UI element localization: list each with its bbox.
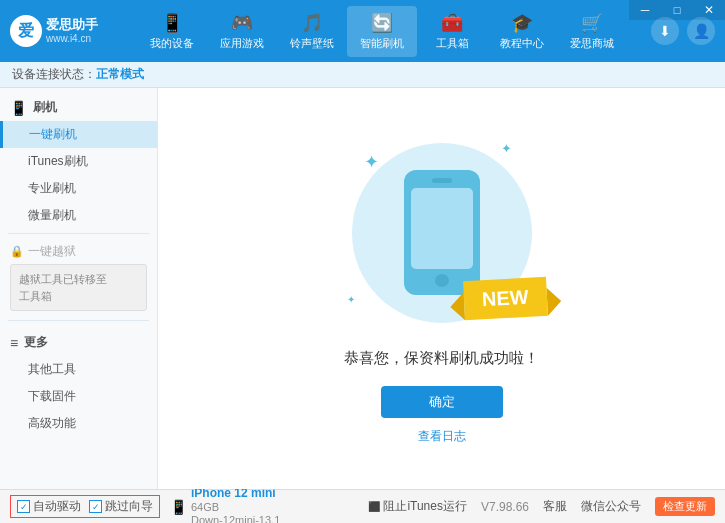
nav-item-toolbox[interactable]: 🧰 工具箱 — [417, 6, 487, 57]
logo[interactable]: 爱 爱思助手 www.i4.cn — [10, 15, 98, 47]
sidebar-item-micro-flash[interactable]: 微量刷机 — [0, 202, 157, 229]
checkbox-skip-wizard-box[interactable]: ✓ — [89, 500, 102, 513]
minimize-button[interactable]: ─ — [629, 0, 661, 20]
sidebar-item-other-tools[interactable]: 其他工具 — [0, 356, 157, 383]
window-controls: ─ □ ✕ — [629, 0, 725, 20]
nav-bar: 📱 我的设备 🎮 应用游戏 🎵 铃声壁纸 🔄 智能刷机 🧰 工具箱 🎓 教程中心… — [113, 6, 651, 57]
sidebar-item-advanced[interactable]: 高级功能 — [0, 410, 157, 437]
phone-graphic — [404, 170, 480, 295]
footer-right: ⬛ 阻止iTunes运行 V7.98.66 客服 微信公众号 检查更新 — [368, 497, 715, 516]
checkbox-auto-drive[interactable]: ✓ 自动驱动 — [17, 498, 81, 515]
sidebar-section-flash: 📱 刷机 一键刷机 iTunes刷机 专业刷机 微量刷机 — [0, 88, 157, 229]
sidebar: 📱 刷机 一键刷机 iTunes刷机 专业刷机 微量刷机 🔒 一键越狱 越 — [0, 88, 158, 489]
nav-item-shop[interactable]: 🛒 爱思商城 — [557, 6, 627, 57]
sidebar-item-one-click-flash[interactable]: 一键刷机 — [0, 121, 157, 148]
jailbreak-note: 越狱工具已转移至工具箱 — [10, 264, 147, 311]
status-label: 设备连接状态： — [12, 66, 96, 83]
confirm-button[interactable]: 确定 — [381, 386, 503, 418]
download-button[interactable]: ⬇ — [651, 17, 679, 45]
footer: ✓ 自动驱动 ✓ 跳过向导 📱 iPhone 12 mini 64GB Down… — [0, 489, 725, 523]
check-update-button[interactable]: 检查更新 — [655, 497, 715, 516]
device-model: Down-12mini-13.1 — [191, 514, 280, 523]
sparkle-icon-3: ✦ — [347, 294, 355, 305]
success-message: 恭喜您，保资料刷机成功啦！ — [344, 349, 539, 368]
lock-icon: 🔒 — [10, 245, 24, 258]
footer-left: ✓ 自动驱动 ✓ 跳过向导 📱 iPhone 12 mini 64GB Down… — [10, 486, 280, 523]
sidebar-jailbreak-title: 🔒 一键越狱 — [10, 243, 147, 260]
more-section-icon: ≡ — [10, 335, 18, 351]
account-button[interactable]: 👤 — [687, 17, 715, 45]
nav-item-smart-flash[interactable]: 🔄 智能刷机 — [347, 6, 417, 57]
nav-item-wallpaper[interactable]: 🎵 铃声壁纸 — [277, 6, 347, 57]
version-label: V7.98.66 — [481, 500, 529, 514]
sidebar-section-jailbreak: 🔒 一键越狱 越狱工具已转移至工具箱 — [0, 238, 157, 316]
nav-item-tutorial[interactable]: 🎓 教程中心 — [487, 6, 557, 57]
device-icon: 📱 — [170, 499, 187, 515]
header-actions: ⬇ 👤 — [651, 17, 715, 45]
detail-link[interactable]: 查看日志 — [418, 428, 466, 445]
content-area: ✦ ✦ ✦ NEW ★ ★ 恭喜您，保资料刷机成功啦！ — [158, 88, 725, 489]
itunes-stop[interactable]: ⬛ 阻止iTunes运行 — [368, 498, 467, 515]
sidebar-section-title-more: ≡ 更多 — [0, 329, 157, 356]
restore-button[interactable]: □ — [661, 0, 693, 20]
close-button[interactable]: ✕ — [693, 0, 725, 20]
success-illustration: ✦ ✦ ✦ NEW ★ ★ — [342, 133, 542, 333]
sidebar-section-title-flash: 📱 刷机 — [0, 94, 157, 121]
logo-url: www.i4.cn — [46, 33, 98, 45]
checkbox-skip-wizard[interactable]: ✓ 跳过向导 — [89, 498, 153, 515]
customer-service-link[interactable]: 客服 — [543, 498, 567, 515]
device-capacity: 64GB — [191, 501, 280, 514]
sidebar-section-more: ≡ 更多 其他工具 下载固件 高级功能 — [0, 325, 157, 437]
sparkle-icon-2: ✦ — [501, 141, 512, 156]
checkbox-auto-drive-box[interactable]: ✓ — [17, 500, 30, 513]
flash-section-icon: 📱 — [10, 100, 27, 116]
sidebar-item-pro-flash[interactable]: 专业刷机 — [0, 175, 157, 202]
sparkle-icon-1: ✦ — [364, 151, 379, 173]
wechat-link[interactable]: 微信公众号 — [581, 498, 641, 515]
sidebar-item-itunes-flash[interactable]: iTunes刷机 — [0, 148, 157, 175]
status-bar: 设备连接状态： 正常模式 — [0, 62, 725, 88]
nav-item-apps-games[interactable]: 🎮 应用游戏 — [207, 6, 277, 57]
device-info: 📱 iPhone 12 mini 64GB Down-12mini-13.1 — [170, 486, 280, 523]
stop-icon: ⬛ — [368, 501, 380, 512]
nav-item-my-device[interactable]: 📱 我的设备 — [137, 6, 207, 57]
status-value: 正常模式 — [96, 66, 144, 83]
new-badge: NEW ★ ★ — [463, 276, 548, 319]
sidebar-item-download-firmware[interactable]: 下载固件 — [0, 383, 157, 410]
